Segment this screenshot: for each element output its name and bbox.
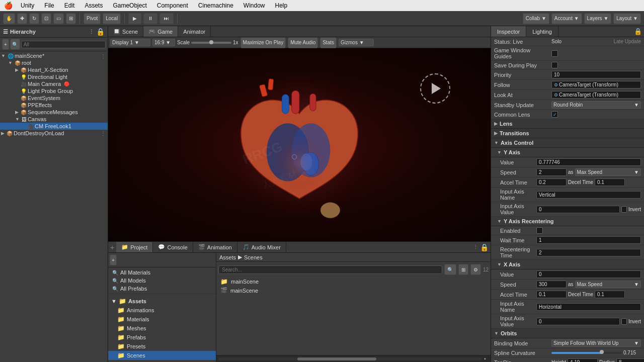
x-input-name-input[interactable] (536, 303, 641, 311)
stats-button[interactable]: Stats (320, 37, 337, 48)
collab-button[interactable]: Collab ▼ (523, 13, 549, 24)
transitions-section[interactable]: ▶ Transitions (491, 129, 644, 138)
fav-all-models[interactable]: 🔍 All Models (108, 277, 216, 285)
save-play-checkbox[interactable] (551, 62, 558, 68)
menu-gameobject[interactable]: GameObject (111, 2, 148, 9)
axis-control-section[interactable]: ▼ Axis Control (491, 138, 644, 148)
common-lens-checkbox[interactable]: ✓ (551, 111, 558, 118)
y-invert-checkbox[interactable] (621, 206, 627, 213)
fav-all-materials[interactable]: 🔍 All Materials (108, 268, 216, 277)
tree-scripts[interactable]: 📁 Scripts (108, 360, 216, 362)
tab-project[interactable]: 📁 Project (116, 242, 153, 252)
recenter-time-input[interactable] (536, 249, 641, 256)
priority-input[interactable] (551, 71, 641, 78)
add-tab-button[interactable]: + (108, 243, 116, 251)
menu-cinemachine[interactable]: Cinemachine (196, 2, 235, 9)
aspect-dropdown[interactable]: 16:9 ▼ (152, 39, 175, 46)
tree-item-root[interactable]: ▼ 📦 root (0, 59, 108, 66)
move-tool[interactable]: ✚ (17, 13, 27, 24)
tree-prefabs[interactable]: 📁 Prefabs (108, 333, 216, 342)
menu-window[interactable]: Window (242, 2, 267, 9)
pivot-button[interactable]: Pivot (84, 13, 101, 24)
tab-inspector[interactable]: Inspector (491, 26, 526, 37)
tree-item-heart[interactable]: ▶ 📦 Heart_X-Section (0, 66, 108, 73)
lens-section[interactable]: ▶ Lens (491, 119, 644, 129)
local-button[interactable]: Local (103, 13, 121, 24)
menu-file[interactable]: File (42, 2, 56, 9)
account-button[interactable]: Account ▼ (551, 13, 582, 24)
x-axis-section[interactable]: ▼ X Axis (491, 260, 644, 269)
asset-item-mainscene-file[interactable]: 🎬 mainScene (218, 286, 489, 295)
asset-options[interactable]: ⚙ (470, 264, 481, 275)
x-accel-input[interactable] (536, 291, 567, 298)
tree-item-seqmsg[interactable]: ▶ 📦 SequenceMessages (0, 109, 108, 116)
tree-item-ppeffects[interactable]: ▶ 📦 PPEffects (0, 102, 108, 109)
follow-objref[interactable]: ⚙ CameraTarget (Transform) (551, 81, 641, 88)
hierarchy-add[interactable]: + (2, 39, 9, 50)
breadcrumb-scenes[interactable]: Scenes (244, 254, 263, 260)
toprig-radius-input[interactable] (616, 358, 644, 362)
hierarchy-lock[interactable]: 🔒 (96, 28, 105, 36)
tree-item-lightprobe[interactable]: ▶ 💡 Light Probe Group (0, 87, 108, 95)
scale-tool[interactable]: ⊡ (41, 13, 51, 24)
tree-assets[interactable]: ▼ 📁 Assets (108, 297, 216, 306)
transform-tool[interactable]: ⊞ (66, 13, 76, 24)
apple-menu[interactable]: 🍎 (4, 2, 13, 10)
play-circle-button[interactable] (420, 73, 450, 104)
project-options[interactable]: ⋮ (473, 244, 478, 250)
scale-track[interactable] (191, 42, 231, 44)
play-button[interactable]: ▶ (128, 13, 141, 24)
x-speed-type[interactable]: Max Speed ▼ (575, 281, 641, 288)
y-speed-type[interactable]: Max Speed ▼ (575, 168, 641, 176)
menu-help[interactable]: Help (273, 2, 290, 9)
asset-search-input[interactable] (218, 265, 442, 274)
tree-materials[interactable]: 📁 Materials (108, 315, 216, 324)
tree-meshes[interactable]: 📁 Meshes (108, 324, 216, 333)
x-decel-input[interactable] (595, 291, 625, 298)
step-button[interactable]: ⏭ (159, 13, 174, 24)
layers-button[interactable]: Layers ▼ (584, 13, 612, 24)
tree-item-maincamera[interactable]: ▶ 🎥 Main Camera 🔴 (0, 80, 108, 87)
tree-presets[interactable]: 📁 Presets (108, 342, 216, 351)
asset-item-mainscene-folder[interactable]: 📁 mainScene (218, 277, 489, 286)
asset-search-button[interactable]: 🔍 (444, 264, 456, 275)
maximize-on-play[interactable]: Maximize On Play (240, 37, 286, 48)
y-accel-input[interactable] (536, 178, 567, 186)
hierarchy-search-toggle[interactable]: 🔍 (10, 39, 20, 50)
y-decel-input[interactable] (595, 178, 625, 186)
x-speed-input[interactable] (536, 281, 567, 288)
wait-time-input[interactable] (536, 236, 641, 244)
rect-tool[interactable]: ▭ (53, 13, 64, 24)
tree-item-canvas[interactable]: ▼ 🖼 Canvas (0, 116, 108, 123)
hand-tool[interactable]: ✋ (3, 13, 15, 24)
hierarchy-search[interactable] (21, 41, 106, 48)
rotate-tool[interactable]: ↻ (29, 13, 39, 24)
y-value-input[interactable] (536, 158, 641, 166)
orbits-section[interactable]: ▼ Orbits (491, 329, 644, 338)
pause-button[interactable]: ⏸ (143, 13, 157, 24)
hierarchy-options[interactable]: ⋮ (89, 29, 94, 35)
project-lock[interactable]: 🔒 (480, 243, 489, 251)
fav-all-prefabs[interactable]: 🔍 All Prefabs (108, 285, 216, 293)
spline-track[interactable] (551, 352, 622, 354)
mute-audio[interactable]: Mute Audio (288, 37, 318, 48)
standby-dropdown[interactable]: Round Robin ▼ (551, 101, 641, 109)
x-value-input[interactable] (536, 270, 641, 278)
tree-animations[interactable]: 📁 Animations (108, 306, 216, 315)
tree-item-dontdestroy[interactable]: ▶ 📦 DontDestroyOnLoad ⋮ (0, 130, 108, 137)
tab-lighting[interactable]: Lighting (526, 26, 558, 37)
menu-unity[interactable]: Unity (19, 2, 36, 9)
project-add[interactable]: + (110, 254, 117, 265)
layout-button[interactable]: Layout ▼ (613, 13, 641, 24)
tree-item-dirlight[interactable]: ▶ 💡 Directional Light (0, 73, 108, 80)
lookat-objref[interactable]: ⚙ CameraTarget (Transform) (551, 91, 641, 99)
inspector-lock[interactable]: 🔒 (634, 28, 642, 35)
toprig-height-input[interactable] (568, 358, 598, 362)
game-window-checkbox[interactable] (551, 50, 558, 57)
tab-scene[interactable]: 🔲 Scene (108, 26, 143, 37)
y-enabled-checkbox[interactable] (536, 227, 543, 234)
tree-item-mainscene[interactable]: ▼ 🌐 mainScene* ⋮ (0, 52, 108, 59)
tree-item-eventsystem[interactable]: ▶ 📦 EventSystem (0, 95, 108, 102)
tab-audio-mixer[interactable]: 🎵 Audio Mixer (237, 242, 286, 252)
menu-assets[interactable]: Assets (83, 2, 105, 9)
